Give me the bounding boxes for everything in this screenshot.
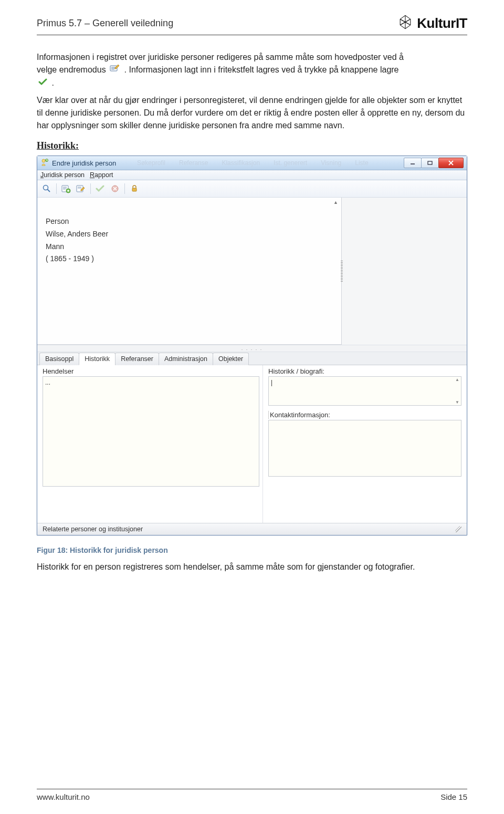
lock-button[interactable] bbox=[128, 182, 141, 195]
statusbar: Relaterte personer og institusjoner bbox=[37, 523, 467, 535]
person-gender: Mann bbox=[46, 241, 335, 253]
menubar: Juridisk person Rapport bbox=[37, 170, 467, 180]
textarea-scrollbar[interactable]: ▲ ▼ bbox=[454, 377, 460, 405]
body-paragraph-3: Historikk for en person registreres som … bbox=[37, 561, 467, 573]
window-controls bbox=[404, 158, 464, 168]
edit-mode-icon bbox=[110, 64, 120, 77]
vertical-splitter-handle[interactable] bbox=[341, 261, 343, 282]
footer-page: Side 15 bbox=[440, 792, 467, 801]
menu-rapport[interactable]: Rapport bbox=[90, 171, 113, 179]
para1-seg-a: Informasjonen i registret over juridiske… bbox=[37, 53, 404, 61]
toolbar-separator bbox=[90, 183, 91, 194]
svg-point-8 bbox=[44, 186, 48, 190]
doc-header: Primus 5.7 – Generell veiledning KulturI… bbox=[37, 15, 467, 35]
toolbar-separator bbox=[124, 183, 125, 194]
hendelser-label: Hendelser bbox=[43, 367, 259, 375]
app-icon bbox=[40, 158, 49, 168]
svg-rect-7 bbox=[428, 161, 432, 164]
app-window: Endre juridisk person Søkeprofil Referan… bbox=[37, 156, 467, 535]
para1-seg-b: velge endremodus bbox=[37, 65, 108, 74]
historikk-biografi-textarea[interactable]: | bbox=[268, 376, 461, 406]
titlebar[interactable]: Endre juridisk person Søkeprofil Referan… bbox=[37, 156, 467, 170]
svg-rect-19 bbox=[132, 188, 136, 191]
horizontal-splitter[interactable]: . . . . . bbox=[37, 345, 467, 352]
hendelser-value: ... bbox=[45, 379, 50, 386]
hendelser-textarea[interactable]: ... bbox=[43, 376, 259, 487]
footer-url: www.kulturit.no bbox=[37, 792, 90, 801]
search-button[interactable] bbox=[40, 182, 53, 195]
hendelser-panel: Hendelser ... bbox=[37, 365, 263, 523]
svg-line-9 bbox=[48, 190, 50, 192]
titlebar-ghost-tabs: Søkeprofil Referanse Klassifikasjon Ist.… bbox=[137, 159, 369, 167]
new-record-button[interactable] bbox=[60, 182, 72, 195]
body-paragraph-2: Vær klar over at når du gjør endringer i… bbox=[37, 94, 467, 132]
upper-right-blank bbox=[342, 198, 467, 345]
close-button[interactable] bbox=[438, 158, 464, 168]
doc-header-title: Primus 5.7 – Generell veiledning bbox=[37, 18, 173, 29]
maximize-button[interactable] bbox=[421, 158, 439, 168]
collapse-up-icon[interactable]: ▲ bbox=[333, 199, 338, 207]
body-paragraph-1: Informasjonen i registret over juridiske… bbox=[37, 51, 467, 90]
scroll-up-icon[interactable]: ▲ bbox=[455, 377, 459, 382]
svg-point-4 bbox=[42, 159, 45, 162]
tab-historikk[interactable]: Historikk bbox=[79, 353, 116, 365]
toolbar bbox=[37, 180, 467, 198]
historikk-panels: Hendelser ... Historikk / biografi: | ▲ … bbox=[37, 365, 467, 523]
scroll-down-icon[interactable]: ▼ bbox=[455, 400, 459, 405]
kontaktinfo-textarea[interactable] bbox=[268, 420, 461, 477]
save-button[interactable] bbox=[94, 182, 107, 195]
minimize-button[interactable] bbox=[404, 158, 422, 168]
upper-content: ▲ Person Wilse, Anders Beer Mann ( 1865 … bbox=[37, 198, 467, 345]
doc-footer: www.kulturit.no Side 15 bbox=[37, 789, 467, 801]
toolbar-separator bbox=[56, 183, 57, 194]
statusbar-text: Relaterte personer og institusjoner bbox=[43, 526, 143, 533]
person-type: Person bbox=[46, 215, 335, 228]
person-summary-panel: ▲ Person Wilse, Anders Beer Mann ( 1865 … bbox=[37, 198, 342, 345]
tab-referanser[interactable]: Referanser bbox=[115, 353, 159, 365]
brand-logo-icon bbox=[398, 15, 413, 32]
historikk-biografi-label: Historikk / biografi: bbox=[268, 367, 461, 375]
para1-seg-d: . bbox=[51, 78, 54, 87]
para1-seg-c: . Informasjonen lagt inn i fritekstfelt … bbox=[124, 65, 399, 74]
kontaktinfo-label: Kontaktinformasjon: bbox=[268, 411, 330, 419]
edit-record-button[interactable] bbox=[75, 182, 87, 195]
person-name: Wilse, Anders Beer bbox=[46, 228, 335, 241]
window-title: Endre juridisk person bbox=[52, 159, 116, 167]
cancel-button[interactable] bbox=[109, 182, 121, 195]
resize-grip-icon[interactable] bbox=[455, 526, 461, 532]
brand-text: KulturIT bbox=[417, 15, 467, 32]
save-check-icon bbox=[38, 77, 48, 90]
tab-basisoppl[interactable]: Basisoppl bbox=[39, 353, 79, 365]
heading-historikk: Historikk: bbox=[37, 140, 467, 151]
tab-administrasjon[interactable]: Administrasjon bbox=[159, 353, 213, 365]
tabs-row: Basisoppl Historikk Referanser Administr… bbox=[37, 352, 467, 365]
figure-caption: Figur 18: Historikk for juridisk person bbox=[37, 546, 467, 554]
biografi-panel: Historikk / biografi: | ▲ ▼ Kontaktinfor… bbox=[263, 365, 467, 523]
brand: KulturIT bbox=[398, 15, 467, 32]
tab-objekter[interactable]: Objekter bbox=[213, 353, 249, 365]
menu-juridisk-person[interactable]: Juridisk person bbox=[40, 171, 85, 179]
person-dates: ( 1865 - 1949 ) bbox=[46, 253, 335, 265]
